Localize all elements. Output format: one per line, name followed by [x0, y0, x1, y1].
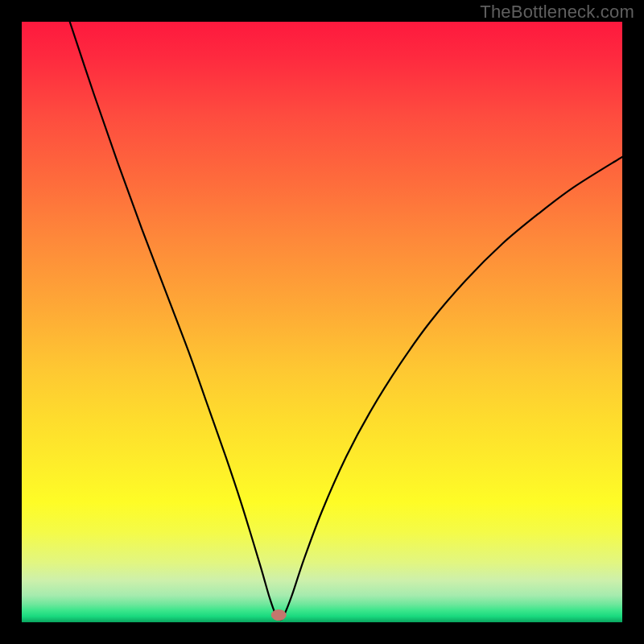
optimum-marker [271, 610, 286, 621]
watermark-text: TheBottleneck.com [480, 2, 634, 23]
plot-area [22, 22, 622, 622]
chart-frame: TheBottleneck.com [0, 0, 644, 644]
bottleneck-curve-svg [22, 22, 622, 622]
bottleneck-curve [70, 22, 622, 620]
